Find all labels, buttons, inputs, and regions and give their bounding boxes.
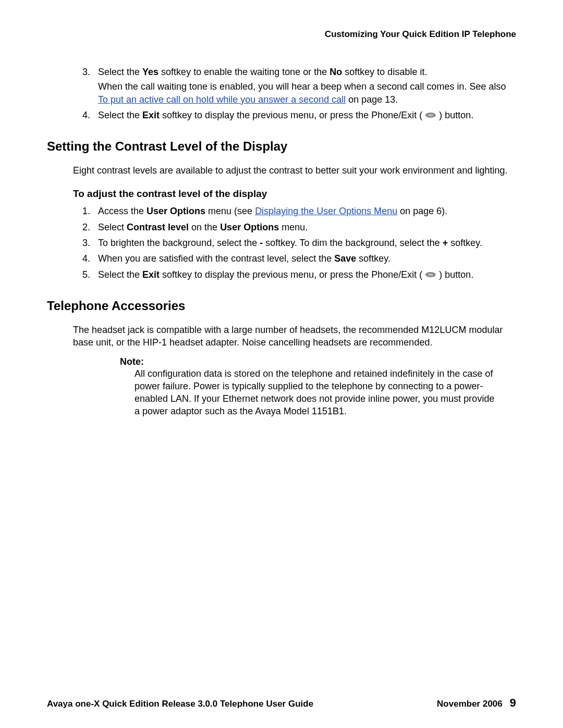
subheading-contrast: To adjust the contrast level of the disp…	[73, 188, 516, 200]
text: on page 6).	[397, 206, 447, 216]
text: softkey to display the previous menu, or…	[160, 110, 425, 120]
text: Select the	[98, 110, 142, 120]
text: softkey.	[356, 253, 390, 264]
step-marker: 3.	[82, 237, 90, 249]
step-4: 4. Select the Exit softkey to display th…	[73, 109, 516, 121]
section-header: Customizing Your Quick Edition IP Teleph…	[47, 29, 516, 40]
link-hold-call[interactable]: To put an active call on hold while you …	[98, 94, 346, 105]
footer-right: November 20069	[437, 696, 516, 710]
text: softkey.	[448, 238, 482, 248]
text: menu (see	[205, 206, 255, 216]
note-block: Note: All configuration data is stored o…	[94, 356, 495, 418]
bold-user-options: User Options	[220, 222, 279, 232]
svg-point-1	[428, 114, 433, 117]
contrast-step-2: 2. Select Contrast level on the User Opt…	[73, 221, 516, 233]
text: ) button.	[436, 110, 473, 120]
page: Customizing Your Quick Edition IP Teleph…	[0, 0, 563, 728]
bold-exit: Exit	[142, 110, 160, 120]
text: ) button.	[436, 269, 473, 280]
bold-exit: Exit	[142, 269, 160, 280]
text: Select the	[98, 67, 142, 77]
bold-yes: Yes	[142, 67, 158, 77]
phone-exit-icon	[425, 112, 436, 118]
step-3: 3. Select the Yes softkey to enable the …	[73, 66, 516, 106]
accessories-section: The headset jack is compatible with a la…	[73, 324, 516, 418]
bold-save: Save	[334, 253, 356, 264]
step-marker: 2.	[82, 221, 90, 233]
contrast-section: Eight contrast levels are available to a…	[73, 164, 516, 281]
text: menu.	[279, 222, 308, 232]
footer-doc-title: Avaya one-X Quick Edition Release 3.0.0 …	[47, 699, 313, 709]
step-marker: 1.	[82, 205, 90, 217]
note-text: All configuration data is stored on the …	[134, 367, 495, 418]
text: softkey. To dim the background, select t…	[263, 238, 443, 248]
heading-contrast: Setting the Contrast Level of the Displa…	[47, 139, 516, 154]
bold-plus: +	[443, 238, 448, 248]
continued-steps: 3. Select the Yes softkey to enable the …	[73, 66, 516, 121]
contrast-step-1: 1. Access the User Options menu (see Dis…	[73, 205, 516, 217]
text: To brighten the background, select the	[98, 238, 260, 248]
text: When the call waiting tone is enabled, y…	[98, 81, 506, 92]
text: Access the	[98, 206, 146, 216]
text: When you are satisfied with the contrast…	[98, 253, 334, 264]
contrast-step-5: 5. Select the Exit softkey to display th…	[73, 268, 516, 281]
text: on the	[189, 222, 220, 232]
step-marker: 4.	[82, 252, 90, 265]
text: softkey to disable it.	[342, 67, 427, 77]
accessories-intro: The headset jack is compatible with a la…	[73, 324, 516, 349]
note-label: Note:	[120, 356, 495, 367]
bold-contrast-level: Contrast level	[127, 222, 189, 232]
svg-point-3	[428, 274, 433, 276]
phone-exit-icon	[425, 272, 436, 278]
step-marker: 3.	[82, 66, 90, 78]
heading-accessories: Telephone Accessories	[47, 299, 516, 313]
text: Select the	[98, 269, 142, 280]
contrast-step-3: 3. To brighten the background, select th…	[73, 237, 516, 249]
step-marker: 4.	[82, 109, 90, 121]
text: softkey to enable the waiting tone or th…	[158, 67, 329, 77]
bold-no: No	[329, 67, 342, 77]
text: Select	[98, 222, 127, 232]
page-footer: Avaya one-X Quick Edition Release 3.0.0 …	[47, 696, 516, 710]
text: softkey to display the previous menu, or…	[160, 269, 425, 280]
bold-user-options: User Options	[146, 206, 205, 216]
contrast-step-4: 4. When you are satisfied with the contr…	[73, 252, 516, 265]
footer-date: November 2006	[437, 699, 503, 709]
contrast-intro: Eight contrast levels are available to a…	[73, 164, 516, 177]
text: on page 13.	[346, 94, 398, 105]
page-number: 9	[510, 696, 516, 709]
link-user-options-menu[interactable]: Displaying the User Options Menu	[255, 206, 397, 216]
step-marker: 5.	[82, 268, 90, 281]
